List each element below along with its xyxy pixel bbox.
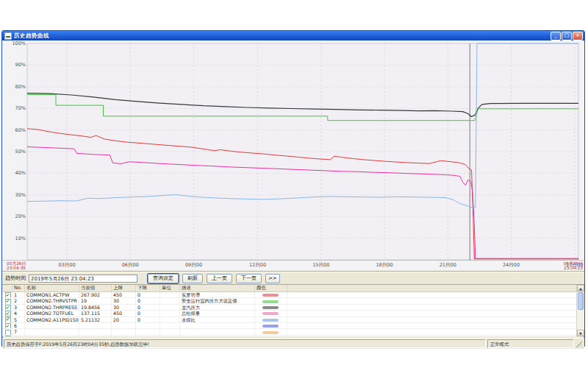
- scroll-thumb[interactable]: [578, 292, 584, 310]
- row-cell-value: [79, 323, 112, 328]
- table-row[interactable]: 2COMMON2.THRVSTPR19300安全运行室内压力大设定值: [2, 298, 584, 304]
- chart-region: 100%90%80%70%60%50%40%30%20%10%03日0006日0…: [2, 40, 584, 272]
- query-settings-button[interactable]: 查询设定: [148, 274, 179, 283]
- row-checkbox-cell: [2, 311, 12, 316]
- visibility-checkbox[interactable]: [5, 323, 11, 328]
- row-cell-desc: 总给煤量: [180, 311, 255, 316]
- visibility-checkbox[interactable]: [5, 330, 11, 335]
- table-row[interactable]: 7: [2, 329, 584, 335]
- status-mode: 正常模式: [487, 339, 574, 348]
- next-page-button[interactable]: 下一页: [236, 274, 262, 283]
- row-cell-lower: [136, 323, 160, 328]
- visibility-checkbox[interactable]: [5, 336, 11, 336]
- row-cell-no: 4: [12, 311, 25, 316]
- row-cell-name: [25, 329, 79, 334]
- time-label: 趋势时间: [5, 275, 26, 282]
- axis-start-time-label: 23:04:35: [7, 266, 26, 270]
- row-cell-value: 19.8456: [79, 305, 112, 310]
- refresh-button[interactable]: 刷新: [182, 274, 203, 283]
- trend-chart[interactable]: 100%90%80%70%60%50%40%30%20%10%03日0006日0…: [2, 40, 584, 271]
- time-field[interactable]: 2019年5月26日 23:04:23: [29, 275, 137, 283]
- row-cell-no: 2: [12, 298, 25, 303]
- curve-color-swatch: [262, 325, 279, 328]
- trend-window: 历史趋势曲线 _ □ × 100%90%80%70%60%50%40%30%20…: [1, 30, 585, 347]
- table-row[interactable]: 8: [2, 336, 584, 336]
- row-cell-lower: 0: [136, 298, 160, 303]
- row-cell-unit: [160, 298, 180, 303]
- table-row[interactable]: 4COMMON2.TOTFUEL137.1154500总给煤量: [2, 311, 584, 316]
- row-cell-lower: [136, 336, 160, 336]
- more-button[interactable]: >>: [265, 274, 280, 283]
- row-cell-upper: 20: [112, 317, 136, 322]
- y-axis-label: 20%: [15, 213, 26, 219]
- window-controls: _ □ ×: [551, 32, 583, 40]
- row-cell-desc: [180, 329, 255, 334]
- row-cell-desc: [180, 323, 255, 328]
- x-axis-label: 24日00: [503, 262, 520, 268]
- table-row[interactable]: 3COMMON2.THRPRESS19.8456300主汽压力: [2, 305, 584, 311]
- row-checkbox-cell: [2, 305, 12, 310]
- row-cell-filler: [287, 336, 584, 336]
- visibility-checkbox[interactable]: [5, 311, 11, 316]
- row-cell-unit: [160, 311, 180, 316]
- table-row[interactable]: 1COMMON1.ACTPW267.9024500实发功率: [2, 292, 584, 298]
- table-row[interactable]: 5COMMON2.A11PID1505.21132200水煤比: [2, 317, 584, 323]
- table-row[interactable]: 6: [2, 323, 584, 329]
- column-header-color[interactable]: 颜色: [255, 285, 287, 291]
- column-header-no[interactable]: No.: [12, 285, 25, 291]
- close-button[interactable]: ×: [573, 32, 583, 40]
- y-axis-label: 60%: [15, 127, 26, 133]
- visibility-checkbox[interactable]: [5, 292, 11, 297]
- prev-page-button[interactable]: 上一页: [207, 274, 232, 283]
- row-cell-upper: [112, 329, 136, 334]
- row-cell-filler: [287, 329, 584, 334]
- row-cell-unit: [160, 336, 180, 336]
- x-axis-label: 12日00: [249, 262, 266, 268]
- row-cell-no: 7: [12, 329, 25, 334]
- column-header-value[interactable]: 当前值: [79, 285, 112, 291]
- row-cell-upper: [112, 323, 136, 328]
- table-header: No.名称当前值上限下限单位描述颜色: [2, 285, 584, 292]
- row-cell-upper: 30: [112, 305, 136, 310]
- row-cell-lower: 0: [136, 311, 160, 316]
- row-cell-unit: [160, 292, 180, 297]
- row-cell-filler: [287, 311, 584, 316]
- row-cell-desc: 实发功率: [180, 292, 255, 297]
- column-header-unit[interactable]: 单位: [160, 285, 180, 291]
- row-cell-name: [25, 323, 79, 328]
- row-cell-unit: [160, 323, 180, 328]
- scroll-down-arrow[interactable]: ▼: [577, 330, 584, 336]
- curve-color-swatch: [262, 294, 279, 297]
- column-header-lower[interactable]: 下限: [136, 285, 160, 291]
- table-scrollbar[interactable]: ▲ ▼: [576, 285, 584, 336]
- column-header-upper[interactable]: 上限: [112, 285, 136, 291]
- curve-color-swatch: [262, 306, 279, 309]
- column-header-name[interactable]: 名称: [25, 285, 79, 291]
- column-header-filler: [287, 285, 584, 291]
- row-checkbox-cell: [2, 329, 12, 334]
- scroll-up-arrow[interactable]: ▲: [577, 285, 584, 291]
- row-cell-filler: [287, 323, 584, 328]
- x-axis-label: 18日00: [376, 262, 392, 268]
- window-titlebar[interactable]: 历史趋势曲线 _ □ ×: [2, 31, 584, 40]
- scroll-track[interactable]: [577, 291, 584, 330]
- row-color-cell: [255, 336, 287, 336]
- y-axis-label: 80%: [15, 84, 26, 90]
- row-cell-filler: [287, 305, 584, 310]
- minimize-button[interactable]: _: [551, 32, 561, 40]
- row-color-cell: [255, 305, 287, 310]
- maximize-button[interactable]: □: [562, 32, 572, 40]
- column-header-select[interactable]: [2, 285, 12, 291]
- row-cell-name: [25, 336, 79, 336]
- visibility-checkbox[interactable]: [5, 305, 11, 310]
- row-cell-upper: 30: [112, 298, 136, 303]
- y-axis-label: 50%: [15, 149, 26, 155]
- row-cell-name: COMMON1.ACTPW: [25, 292, 79, 297]
- visibility-checkbox[interactable]: [5, 299, 11, 304]
- visibility-checkbox[interactable]: [5, 317, 11, 322]
- row-color-cell: [255, 329, 287, 334]
- row-cell-unit: [160, 305, 180, 310]
- resize-grip[interactable]: [576, 339, 583, 348]
- column-header-desc[interactable]: 描述: [180, 285, 255, 291]
- row-cell-lower: 0: [136, 317, 160, 322]
